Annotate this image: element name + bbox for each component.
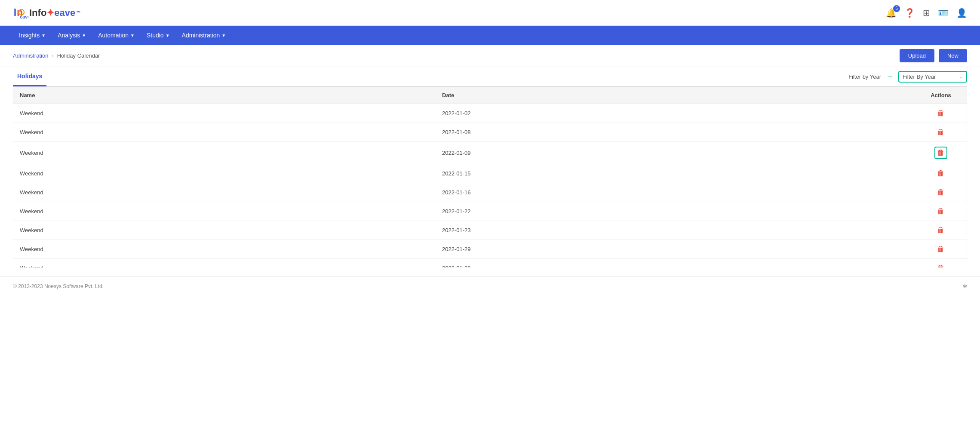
- cell-actions: 🗑: [915, 123, 967, 142]
- new-button[interactable]: New: [939, 49, 967, 62]
- brand-name: Info: [29, 7, 46, 18]
- breadcrumb-parent[interactable]: Administration: [13, 52, 48, 59]
- holidays-table: Name Date Actions Weekend2022-01-02🗑Week…: [13, 87, 967, 267]
- chevron-down-icon: ▼: [41, 33, 46, 38]
- filter-label: Filter by Year: [848, 74, 881, 80]
- profile-icon[interactable]: 👤: [956, 8, 967, 18]
- copyright-text: © 2013-2023 Noesys Software Pvt. Ltd.: [13, 283, 104, 289]
- delete-button[interactable]: 🗑: [937, 109, 945, 118]
- grid-icon[interactable]: ⊞: [923, 8, 930, 18]
- delete-button[interactable]: 🗑: [937, 264, 945, 267]
- cell-actions: 🗑: [915, 202, 967, 221]
- footer: © 2013-2023 Noesys Software Pvt. Ltd. ✻: [0, 276, 980, 296]
- logo-icon: I n eave: [13, 5, 28, 21]
- cell-date: 2022-01-08: [435, 123, 915, 142]
- cell-actions: 🗑: [915, 259, 967, 268]
- table-row: Weekend2022-01-16🗑: [13, 183, 967, 202]
- table-header-row: Name Date Actions: [13, 87, 967, 104]
- tab-holidays[interactable]: Holidays: [13, 67, 46, 86]
- nav-studio[interactable]: Studio ▼: [141, 26, 176, 45]
- breadcrumb: Administration › Holiday Calendar: [13, 52, 100, 59]
- brand-star: ✦: [46, 7, 54, 18]
- chevron-down-icon: ▼: [82, 33, 86, 38]
- svg-text:eave: eave: [20, 14, 28, 19]
- logo: I n eave Info ✦ eave ™: [13, 5, 80, 21]
- cell-name: Weekend: [13, 183, 435, 202]
- header-actions: 🔔 5 ❓ ⊞ 🪪 👤: [886, 8, 967, 18]
- cell-date: 2022-01-16: [435, 183, 915, 202]
- col-header-name: Name: [13, 87, 435, 104]
- cell-date: 2022-01-22: [435, 202, 915, 221]
- cell-date: 2022-01-15: [435, 164, 915, 183]
- table-row: Weekend2022-01-15🗑: [13, 164, 967, 183]
- table-row: Weekend2022-01-29🗑: [13, 240, 967, 259]
- tabs-row: Holidays Filter by Year → Filter By Year…: [13, 67, 967, 87]
- breadcrumb-current: Holiday Calendar: [57, 52, 100, 59]
- nav-analysis[interactable]: Analysis ▼: [52, 26, 92, 45]
- cell-actions: 🗑: [915, 240, 967, 259]
- table-row: Weekend2022-01-02🗑: [13, 104, 967, 123]
- cell-actions: 🗑: [915, 221, 967, 240]
- chevron-down-icon: ▼: [166, 33, 170, 38]
- delete-button[interactable]: 🗑: [937, 188, 945, 197]
- chevron-down-icon: ▼: [221, 33, 226, 38]
- cell-name: Weekend: [13, 164, 435, 183]
- table-row: Weekend2022-01-09🗑: [13, 142, 967, 164]
- filter-dropdown-arrow-icon: ⌄: [958, 74, 963, 80]
- table-scroll[interactable]: Name Date Actions Weekend2022-01-02🗑Week…: [13, 87, 967, 267]
- nav-administration[interactable]: Administration ▼: [176, 26, 232, 45]
- help-icon[interactable]: ❓: [904, 8, 915, 18]
- cell-date: 2022-01-30: [435, 259, 915, 268]
- cell-actions: 🗑: [915, 104, 967, 123]
- svg-text:I: I: [14, 7, 17, 18]
- col-header-date: Date: [435, 87, 915, 104]
- cell-actions: 🗑: [915, 142, 967, 164]
- cell-name: Weekend: [13, 202, 435, 221]
- brand-trademark: ™: [76, 10, 80, 15]
- content-area: Holidays Filter by Year → Filter By Year…: [0, 67, 980, 267]
- cell-date: 2022-01-29: [435, 240, 915, 259]
- cell-name: Weekend: [13, 104, 435, 123]
- table-row: Weekend2022-01-22🗑: [13, 202, 967, 221]
- delete-button[interactable]: 🗑: [937, 128, 945, 137]
- cell-name: Weekend: [13, 240, 435, 259]
- filter-area: Filter by Year → Filter By Year 2022 202…: [848, 71, 967, 83]
- action-bar: Administration › Holiday Calendar Upload…: [0, 45, 980, 67]
- cell-name: Weekend: [13, 221, 435, 240]
- delete-button[interactable]: 🗑: [937, 207, 945, 216]
- filter-arrow-indicator: →: [886, 73, 893, 80]
- cell-name: Weekend: [13, 259, 435, 268]
- filter-select-wrapper: Filter By Year 2022 2023 2024 ⌄: [898, 71, 967, 83]
- brand-eave: eave: [54, 7, 75, 18]
- cell-actions: 🗑: [915, 183, 967, 202]
- bell-icon[interactable]: 🔔 5: [886, 8, 897, 18]
- cell-name: Weekend: [13, 142, 435, 164]
- table-container: Name Date Actions Weekend2022-01-02🗑Week…: [13, 87, 967, 267]
- chevron-down-icon: ▼: [130, 33, 135, 38]
- top-header: Upload Holiday Calendar Template I n eav…: [0, 0, 980, 26]
- upload-button[interactable]: Upload: [900, 49, 934, 62]
- cell-date: 2022-01-09: [435, 142, 915, 164]
- table-row: Weekend2022-01-23🗑: [13, 221, 967, 240]
- cell-date: 2022-01-02: [435, 104, 915, 123]
- nav-insights[interactable]: Insights ▼: [13, 26, 52, 45]
- breadcrumb-separator: ›: [52, 52, 53, 59]
- footer-icon: ✻: [963, 283, 967, 289]
- delete-button[interactable]: 🗑: [937, 169, 945, 178]
- navbar: Insights ▼ Analysis ▼ Automation ▼ Studi…: [0, 26, 980, 45]
- notification-badge: 5: [893, 5, 900, 12]
- cell-actions: 🗑: [915, 164, 967, 183]
- action-buttons: Upload New: [900, 49, 967, 62]
- table-row: Weekend2022-01-30🗑: [13, 259, 967, 268]
- table-row: Weekend2022-01-08🗑: [13, 123, 967, 142]
- cell-name: Weekend: [13, 123, 435, 142]
- cell-date: 2022-01-23: [435, 221, 915, 240]
- col-header-actions: Actions: [915, 87, 967, 104]
- delete-button[interactable]: 🗑: [934, 147, 947, 159]
- nav-automation[interactable]: Automation ▼: [92, 26, 141, 45]
- delete-button[interactable]: 🗑: [937, 226, 945, 235]
- delete-button[interactable]: 🗑: [937, 245, 945, 254]
- user-card-icon[interactable]: 🪪: [938, 8, 949, 18]
- filter-by-year-select[interactable]: Filter By Year 2022 2023 2024: [903, 74, 957, 80]
